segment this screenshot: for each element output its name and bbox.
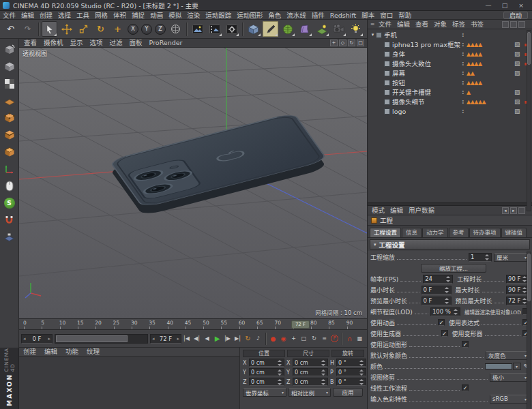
record-pla-button[interactable]: P <box>331 335 338 342</box>
texture-tags[interactable]: ▲ <box>467 89 514 95</box>
spinner[interactable] <box>454 309 458 315</box>
color-swatch[interactable] <box>485 363 512 369</box>
menu-item[interactable]: 运动图形 <box>234 11 265 20</box>
material-menu-item[interactable]: 功能 <box>61 348 83 356</box>
y-axis-lock-button[interactable]: Y <box>141 24 152 35</box>
menu-item[interactable]: 模拟 <box>166 11 184 20</box>
texture-tags[interactable]: ▲▲▲▲ <box>467 42 514 48</box>
material-menu-item[interactable]: 编辑 <box>40 348 61 356</box>
tree-item[interactable]: iphne13 pro max框架 ▲▲▲▲ ▨ ▪▪ <box>368 40 532 49</box>
current-frame-marker[interactable]: 72 F <box>291 320 310 329</box>
render-settings-button[interactable] <box>224 21 239 37</box>
coordinate-system-dropdown[interactable]: 世界坐标▾ <box>243 388 286 397</box>
menu-item[interactable]: 编辑 <box>18 11 37 20</box>
tree-item[interactable]: logo ▨ ▪ <box>368 106 532 115</box>
uvw-tag-icon[interactable]: ▨ <box>514 98 522 105</box>
use-mograph-checkbox[interactable]: ✓ <box>462 341 469 348</box>
preview-max-field[interactable]: 72 F <box>506 297 529 305</box>
workplane-mode-button[interactable] <box>1 93 18 109</box>
texture-tags[interactable]: ▲▲▲▲ <box>467 61 514 67</box>
visibility-dots-icon[interactable] <box>462 70 467 76</box>
tree-item[interactable]: 摄像头细节 ▲▲▲▲▲ ▨ ▪▪ <box>368 97 532 106</box>
material-menu-item[interactable]: 创建 <box>19 348 40 356</box>
menu-item[interactable]: 捕捉 <box>129 11 147 20</box>
object-label[interactable]: 摄像头大致位 <box>392 59 462 68</box>
view-name-label[interactable]: 透视视图 <box>23 49 47 58</box>
viewport-menu-item[interactable]: 选项 <box>87 39 106 47</box>
viewport-menu-item[interactable]: 面板 <box>126 39 146 47</box>
history-back-icon[interactable]: ◂ <box>502 207 509 214</box>
live-selection-tool[interactable] <box>42 21 57 37</box>
coordinate-column-header[interactable]: 旋转 <box>331 350 364 357</box>
increment-icon[interactable]: ▸ <box>177 336 179 342</box>
filter-icon[interactable] <box>510 21 517 28</box>
search-icon[interactable] <box>502 21 509 28</box>
tree-item[interactable]: 身体 ▲▲▲▲ ▨ ▪▪ <box>368 49 532 59</box>
decrement-icon[interactable]: ◂ <box>23 336 26 342</box>
menu-item[interactable]: 创建 <box>37 11 55 20</box>
visibility-dots-icon[interactable] <box>462 89 467 95</box>
add-camera-button[interactable] <box>331 21 346 37</box>
object-menu-item[interactable]: 对象 <box>431 20 449 29</box>
spinner[interactable] <box>359 379 364 385</box>
menu-item[interactable]: 渲染 <box>184 11 203 20</box>
position-z-field[interactable]: 0 cm <box>249 378 284 386</box>
object-manager-scrollbar[interactable] <box>527 30 531 211</box>
attribute-menu-item[interactable]: 用户数据 <box>406 206 437 215</box>
section-header[interactable]: ▾ 工程设置 <box>370 239 530 249</box>
maximize-button[interactable]: □ <box>497 1 513 10</box>
object-label[interactable]: 开关键卡槽键 <box>392 87 462 97</box>
snap-toggle-button[interactable]: ∩ <box>344 333 355 344</box>
object-menu-item[interactable]: 文件 <box>376 20 394 29</box>
range-start-field[interactable]: ◂ 0 F ▸ <box>21 334 53 344</box>
use-animation-checkbox[interactable]: ✓ <box>438 319 445 326</box>
uvw-tag-icon[interactable]: ▨ <box>514 70 522 76</box>
texture-tags[interactable]: ▲▲▲▲ <box>467 51 514 57</box>
color-dropdown-icon[interactable]: ▾ <box>513 363 521 370</box>
object-label[interactable]: logo <box>392 108 462 115</box>
uvw-tag-icon[interactable]: ▨ <box>514 41 522 48</box>
axis-mode-button[interactable] <box>1 161 18 177</box>
play-button[interactable]: ▶ <box>212 333 222 344</box>
lod-field[interactable]: 100 % <box>430 307 460 316</box>
object-label[interactable]: 身体 <box>392 49 462 59</box>
preview-range-slider[interactable] <box>55 334 148 344</box>
tab-info[interactable]: 信息 <box>402 228 422 237</box>
object-label[interactable]: 摄像头细节 <box>392 97 462 106</box>
visibility-dots-icon[interactable] <box>462 32 467 37</box>
object-label[interactable]: 屏幕 <box>392 68 462 78</box>
min-time-field[interactable]: 0 F <box>422 286 452 294</box>
size-x-field[interactable]: 0 cm <box>293 359 328 367</box>
last-used-tool[interactable]: + <box>110 21 125 37</box>
linear-workflow-checkbox[interactable]: ✓ <box>462 384 469 391</box>
autokey-button[interactable]: ◉ <box>278 333 289 344</box>
expand-icon[interactable]: ▾ <box>370 32 376 37</box>
tree-item[interactable]: 按钮 ▲▲▲▲ ▪ <box>368 78 532 87</box>
record-parameter-button[interactable]: ≡ <box>319 333 329 344</box>
size-y-field[interactable]: 0 cm <box>293 368 328 376</box>
input-color-profile-dropdown[interactable]: sRGB▾ <box>490 395 529 404</box>
previous-frame-button[interactable]: ◀ <box>202 333 212 344</box>
tab-dynamics[interactable]: 动力学 <box>422 228 448 237</box>
enable-snap-button[interactable]: S <box>1 195 18 211</box>
edges-mode-button[interactable] <box>1 127 18 143</box>
fps-field[interactable]: 24 <box>423 275 453 284</box>
decrement-icon[interactable]: ◂ <box>152 336 155 342</box>
tree-item[interactable]: 摄像头大致位 ▲▲▲▲ ▨ ▪▪ <box>368 59 532 68</box>
tab-referencing[interactable]: 参考 <box>449 228 469 237</box>
menu-item[interactable]: 运动跟踪 <box>203 11 234 20</box>
zoom-view-icon[interactable]: ◇ <box>339 40 346 46</box>
menu-item[interactable]: Redshift <box>327 11 359 20</box>
redo-button[interactable]: ↷ <box>20 21 35 37</box>
spinner[interactable] <box>321 379 326 385</box>
sound-toggle-button[interactable]: ♪ <box>253 333 263 344</box>
material-list-area[interactable] <box>19 357 239 408</box>
coordinate-column-header[interactable]: 位置 <box>243 350 285 357</box>
menu-item[interactable]: 窗口 <box>377 11 396 20</box>
object-menu-item[interactable]: 标签 <box>449 20 468 29</box>
goto-end-button[interactable]: ▶| <box>233 333 243 344</box>
object-label[interactable]: iphne13 pro max框架 <box>392 40 462 49</box>
orbit-view-icon[interactable]: ↻ <box>348 40 355 46</box>
next-key-button[interactable]: |▶ <box>222 333 233 344</box>
add-primitive-cube-button[interactable] <box>246 21 261 37</box>
